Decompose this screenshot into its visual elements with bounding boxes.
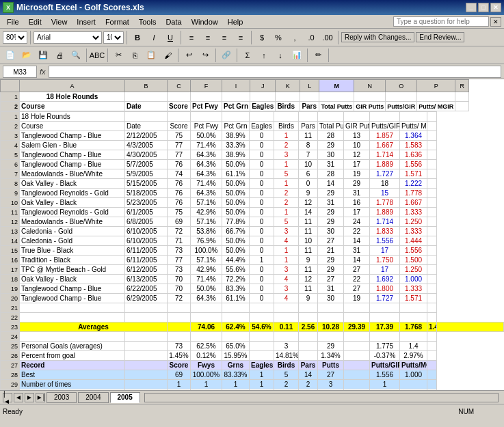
cell-i5[interactable]: 38.9% — [222, 150, 250, 160]
cell-j26[interactable] — [250, 351, 274, 361]
cell-p28[interactable]: 1.000 — [400, 370, 427, 380]
cell-a22[interactable] — [20, 313, 125, 322]
cell-k22[interactable] — [274, 313, 299, 322]
cell-c2[interactable]: Score — [168, 102, 191, 111]
cell-l3[interactable]: 11 — [299, 131, 318, 141]
cell-p25[interactable]: 1.4 — [400, 342, 427, 351]
cell-n16[interactable]: 14 — [344, 256, 370, 265]
cell-b5[interactable]: 4/30/2005 — [125, 150, 168, 160]
cell-f21[interactable] — [191, 303, 222, 313]
cell-f11[interactable]: 42.9% — [191, 208, 222, 217]
cell-b22[interactable] — [125, 313, 168, 322]
cell-o9[interactable]: 15 — [370, 189, 400, 198]
cell-r12[interactable] — [427, 217, 437, 227]
cell-l26[interactable] — [299, 351, 318, 361]
cell-r29[interactable] — [427, 380, 437, 389]
cell-f10[interactable]: 57.1% — [191, 198, 222, 208]
percent-icon[interactable]: % — [271, 31, 286, 44]
cell-n27[interactable] — [344, 361, 370, 370]
cell-o24[interactable] — [370, 332, 400, 342]
cell-c1[interactable] — [168, 112, 191, 122]
sort-desc-icon[interactable]: ↓ — [273, 49, 288, 62]
help-close-button[interactable]: ✕ — [490, 17, 501, 27]
cell-n2[interactable]: GIR Putts — [354, 102, 386, 111]
col-header-f[interactable]: F — [191, 80, 222, 92]
cell-p2[interactable]: Putts/ MGIR — [417, 102, 455, 111]
cell-r28[interactable] — [427, 370, 437, 380]
cell-c6[interactable]: 76 — [168, 160, 191, 169]
cell-l5[interactable]: 7 — [299, 150, 318, 160]
cell-m20[interactable]: 30 — [318, 294, 344, 303]
cell-f18[interactable]: 71.4% — [191, 275, 222, 284]
cell-a29[interactable]: Number of times — [20, 380, 125, 389]
cell-f2[interactable]: Pct Fwy — [191, 102, 222, 111]
cell-o2[interactable]: Putts/GIR — [370, 122, 400, 131]
cell-c9[interactable]: 76 — [168, 189, 191, 198]
cell-l19[interactable]: 11 — [299, 284, 318, 294]
cell-i7[interactable]: 61.1% — [222, 169, 250, 179]
cell-a12[interactable]: Meadowlands - Blue/White — [20, 217, 125, 227]
cell-k10[interactable]: 2 — [274, 198, 299, 208]
cell-o14[interactable]: 1.556 — [370, 236, 400, 246]
cell-l1[interactable] — [299, 112, 318, 122]
cell-f27[interactable]: Fwys — [191, 361, 222, 370]
cell-i13[interactable]: 66.7% — [222, 227, 250, 236]
cell-o7[interactable]: 1.727 — [370, 169, 400, 179]
cell-i14[interactable]: 50.0% — [222, 236, 250, 246]
cell-j2[interactable]: Eagles — [250, 102, 276, 111]
cell-l18[interactable]: 12 — [299, 275, 318, 284]
cell-a11[interactable]: Tanglewood Reynolds - Gold — [20, 208, 125, 217]
cell-b11[interactable]: 6/1/2005 — [125, 208, 168, 217]
cell-l4[interactable]: 8 — [299, 141, 318, 150]
cell-l7[interactable]: 6 — [299, 169, 318, 179]
cell-f24[interactable] — [191, 332, 222, 342]
cell-i29[interactable]: 1 — [222, 380, 250, 389]
cell-r14[interactable] — [427, 236, 437, 246]
cell-c29[interactable]: 1 — [168, 380, 191, 389]
cell-k27[interactable]: Birds — [274, 361, 299, 370]
cell-b4[interactable]: 4/3/2005 — [125, 141, 168, 150]
cell-k23[interactable]: 2.56 — [299, 322, 318, 332]
comma-icon[interactable]: , — [287, 31, 302, 44]
cell-b19[interactable]: 6/22/2005 — [125, 284, 168, 294]
cell-a27[interactable]: Record — [20, 361, 125, 370]
cell-n15[interactable]: 31 — [344, 246, 370, 256]
cell-f3[interactable]: 50.0% — [191, 131, 222, 141]
cell-n26[interactable] — [344, 351, 370, 361]
cell-o30[interactable] — [370, 389, 400, 391]
cell-i23[interactable]: 54.6% — [250, 322, 274, 332]
cell-o29[interactable]: 1 — [370, 380, 400, 389]
cell-a2[interactable]: Course — [20, 102, 125, 111]
cell-n12[interactable]: 24 — [344, 217, 370, 227]
cell-j16[interactable]: 1 — [250, 256, 274, 265]
cell-b23[interactable] — [168, 322, 191, 332]
cell-n22[interactable] — [344, 313, 370, 322]
cell-o8[interactable]: 18 — [370, 179, 400, 189]
cell-m8[interactable]: 14 — [318, 179, 344, 189]
cell-b29[interactable] — [125, 380, 168, 389]
cell-p19[interactable]: 1.333 — [400, 284, 427, 294]
cell-c10[interactable]: 76 — [168, 198, 191, 208]
cell-a28[interactable]: Best — [20, 370, 125, 380]
cell-b2[interactable]: Date — [125, 122, 168, 131]
menu-edit[interactable]: Edit — [25, 17, 46, 27]
cell-a5[interactable]: Tanglewood Champ - Blue — [20, 150, 125, 160]
cell-j27[interactable]: Eagles — [250, 361, 274, 370]
cell-m15[interactable]: 21 — [318, 246, 344, 256]
cell-r30[interactable] — [427, 389, 437, 391]
cell-i10[interactable]: 50.0% — [222, 198, 250, 208]
cell-a1[interactable]: 18 Hole Rounds — [20, 112, 125, 122]
cell-k24[interactable] — [274, 332, 299, 342]
cell-l13[interactable]: 11 — [299, 227, 318, 236]
cell-o3[interactable]: 1.857 — [370, 131, 400, 141]
menu-tools[interactable]: Tools — [135, 17, 161, 27]
cell-m29[interactable]: 3 — [318, 380, 344, 389]
cell-i27[interactable]: Grns — [222, 361, 250, 370]
cell-c26[interactable]: 1.45% — [168, 351, 191, 361]
cell-f25[interactable]: 62.5% — [191, 342, 222, 351]
cell-i25[interactable]: 65.0% — [222, 342, 250, 351]
cell-r1[interactable] — [427, 112, 437, 122]
cell-c18[interactable]: 70 — [168, 275, 191, 284]
cell-a1[interactable]: 18 Hole Rounds — [20, 92, 125, 102]
redo-icon[interactable]: ↪ — [198, 49, 213, 62]
